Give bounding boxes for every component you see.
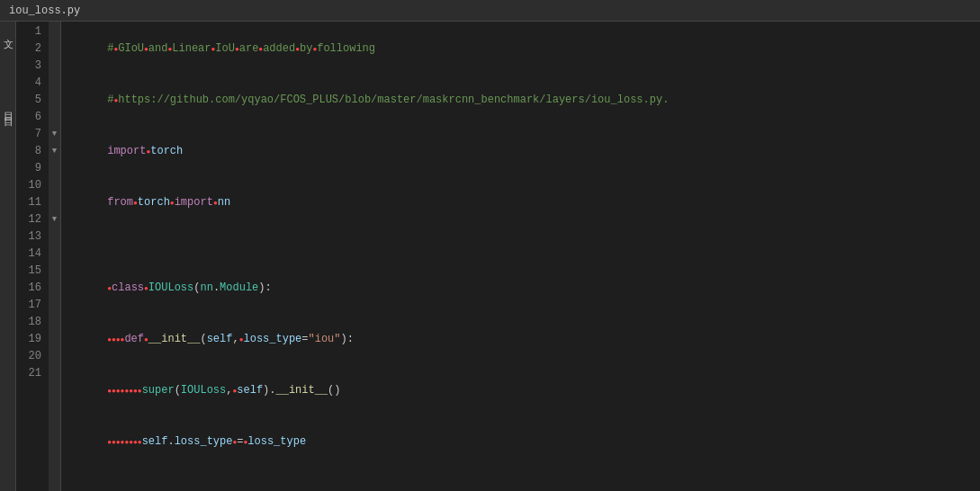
ln-4: 4	[16, 75, 41, 92]
fold-12[interactable]: ▼	[49, 211, 61, 228]
code-line-6	[68, 246, 980, 263]
sidebar-label-3: 目	[1, 110, 14, 112]
ln-21: 21	[16, 365, 41, 382]
code-line-11	[68, 468, 980, 485]
ln-14: 14	[16, 246, 41, 263]
fold-4	[49, 75, 61, 92]
fold-gutter: ▼ ▼ ▼	[49, 22, 61, 491]
code-area[interactable]: #●GIoU●and●Linear●IoU●are●added●by●follo…	[61, 22, 980, 491]
code-line-10: ●●●●●●●●self.loss_type●=●loss_type	[68, 416, 980, 468]
fold-18	[49, 314, 61, 331]
ln-12: 12	[16, 211, 41, 228]
fold-1	[49, 23, 61, 40]
ln-1: 1	[16, 23, 41, 40]
ln-20: 20	[16, 348, 41, 365]
ln-11: 11	[16, 194, 41, 211]
ln-16: 16	[16, 280, 41, 297]
ln-6: 6	[16, 109, 41, 126]
code-line-7: ●class●IOULoss(nn.Module):	[68, 263, 980, 314]
code-line-9: ●●●●●●●●super(IOULoss,●self).__init__()	[68, 365, 980, 416]
code-line-12: ●●●●●def●forward(self,●pred,●target,●wei…	[68, 485, 980, 491]
fold-11	[49, 194, 61, 211]
ln-2: 2	[16, 40, 41, 58]
fold-13	[49, 228, 61, 246]
sidebar-label-1: 文	[1, 31, 14, 32]
left-sidebar: 文 目 目	[0, 22, 16, 491]
title-bar: iou_loss.py	[0, 0, 980, 22]
fold-9	[49, 160, 61, 177]
fold-14	[49, 246, 61, 263]
filename: iou_loss.py	[9, 4, 80, 17]
fold-8[interactable]: ▼	[49, 143, 61, 160]
ln-10: 10	[16, 177, 41, 194]
ln-13: 13	[16, 228, 41, 246]
fold-16	[49, 280, 61, 297]
code-line-5	[68, 228, 980, 246]
fold-3	[49, 58, 61, 75]
ln-19: 19	[16, 331, 41, 348]
ln-3: 3	[16, 58, 41, 75]
code-line-1: #●GIoU●and●Linear●IoU●are●added●by●follo…	[68, 23, 980, 75]
fold-5	[49, 92, 61, 109]
fold-17	[49, 297, 61, 314]
code-line-2: #●https://github.com/yqyao/FCOS_PLUS/blo…	[68, 75, 980, 126]
fold-19	[49, 331, 61, 348]
code-line-3: import●torch	[68, 126, 980, 177]
code-line-8: ●●●●def●__init__(self,●loss_type="iou"):	[68, 314, 980, 365]
line-numbers: 1 2 3 4 5 6 7 8 9 10 11 12 13 14 15 16 1…	[16, 22, 49, 491]
fold-20	[49, 348, 61, 365]
ln-17: 17	[16, 297, 41, 314]
ln-9: 9	[16, 160, 41, 177]
fold-15	[49, 263, 61, 280]
fold-2	[49, 40, 61, 58]
ln-5: 5	[16, 92, 41, 109]
ln-8: 8	[16, 143, 41, 160]
ln-15: 15	[16, 263, 41, 280]
code-line-4: from●torch●import●nn	[68, 177, 980, 228]
fold-21	[49, 365, 61, 382]
fold-10	[49, 177, 61, 194]
sidebar-label-2: 目	[1, 104, 14, 106]
fold-7[interactable]: ▼	[49, 126, 61, 143]
fold-6	[49, 109, 61, 126]
ln-7: 7	[16, 126, 41, 143]
ln-18: 18	[16, 314, 41, 331]
